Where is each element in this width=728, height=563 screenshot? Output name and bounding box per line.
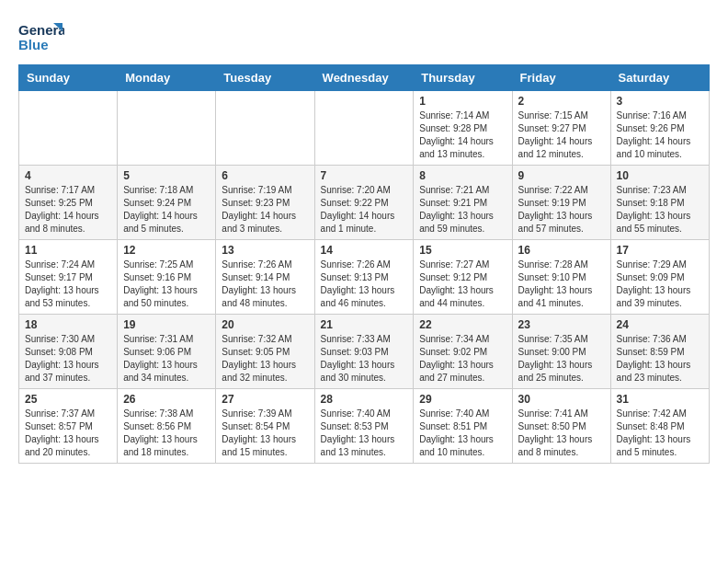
day-header-monday: Monday <box>118 65 216 91</box>
svg-text:Blue: Blue <box>18 37 49 52</box>
day-info: Sunrise: 7:29 AMSunset: 9:09 PMDaylight:… <box>617 259 703 310</box>
calendar-cell: 21Sunrise: 7:33 AMSunset: 9:03 PMDayligh… <box>314 315 414 389</box>
day-number: 4 <box>25 169 111 182</box>
day-info: Sunrise: 7:27 AMSunset: 9:12 PMDaylight:… <box>419 259 506 310</box>
day-info: Sunrise: 7:35 AMSunset: 9:00 PMDaylight:… <box>518 333 605 385</box>
day-number: 16 <box>518 244 605 257</box>
day-info: Sunrise: 7:19 AMSunset: 9:23 PMDaylight:… <box>222 184 308 236</box>
day-number: 22 <box>419 318 506 331</box>
calendar-cell: 2Sunrise: 7:15 AMSunset: 9:27 PMDaylight… <box>512 91 610 166</box>
day-info: Sunrise: 7:17 AMSunset: 9:25 PMDaylight:… <box>25 184 111 236</box>
logo-svg: GeneralBlue <box>18 18 64 55</box>
day-number: 14 <box>321 244 408 257</box>
day-info: Sunrise: 7:34 AMSunset: 9:02 PMDaylight:… <box>419 333 506 385</box>
calendar-cell: 13Sunrise: 7:26 AMSunset: 9:14 PMDayligh… <box>216 240 314 315</box>
calendar-cell: 14Sunrise: 7:26 AMSunset: 9:13 PMDayligh… <box>314 240 414 315</box>
calendar-cell: 7Sunrise: 7:20 AMSunset: 9:22 PMDaylight… <box>314 166 414 240</box>
calendar-cell: 22Sunrise: 7:34 AMSunset: 9:02 PMDayligh… <box>414 315 512 389</box>
day-info: Sunrise: 7:42 AMSunset: 8:48 PMDaylight:… <box>617 408 703 459</box>
day-number: 15 <box>419 244 506 257</box>
calendar-cell <box>19 91 118 166</box>
calendar-cell: 31Sunrise: 7:42 AMSunset: 8:48 PMDayligh… <box>610 389 709 464</box>
week-row-3: 11Sunrise: 7:24 AMSunset: 9:17 PMDayligh… <box>19 240 710 315</box>
day-info: Sunrise: 7:39 AMSunset: 8:54 PMDaylight:… <box>222 408 308 459</box>
day-number: 11 <box>25 244 111 257</box>
day-number: 31 <box>617 393 703 406</box>
day-number: 17 <box>617 244 703 257</box>
day-header-saturday: Saturday <box>610 65 709 91</box>
logo: GeneralBlue <box>18 18 64 55</box>
calendar-cell: 3Sunrise: 7:16 AMSunset: 9:26 PMDaylight… <box>610 91 709 166</box>
day-info: Sunrise: 7:23 AMSunset: 9:18 PMDaylight:… <box>617 184 703 236</box>
day-info: Sunrise: 7:30 AMSunset: 9:08 PMDaylight:… <box>25 333 111 385</box>
week-row-2: 4Sunrise: 7:17 AMSunset: 9:25 PMDaylight… <box>19 166 710 240</box>
calendar-cell: 6Sunrise: 7:19 AMSunset: 9:23 PMDaylight… <box>216 166 314 240</box>
day-number: 12 <box>123 244 210 257</box>
day-number: 29 <box>419 393 506 406</box>
day-number: 30 <box>518 393 605 406</box>
day-number: 9 <box>518 169 605 182</box>
day-number: 20 <box>222 318 308 331</box>
day-info: Sunrise: 7:41 AMSunset: 8:50 PMDaylight:… <box>518 408 605 459</box>
week-row-5: 25Sunrise: 7:37 AMSunset: 8:57 PMDayligh… <box>19 389 710 464</box>
day-number: 10 <box>617 169 703 182</box>
day-info: Sunrise: 7:16 AMSunset: 9:26 PMDaylight:… <box>617 109 703 161</box>
day-info: Sunrise: 7:24 AMSunset: 9:17 PMDaylight:… <box>25 259 111 310</box>
calendar-cell: 25Sunrise: 7:37 AMSunset: 8:57 PMDayligh… <box>19 389 118 464</box>
day-number: 2 <box>518 95 605 108</box>
calendar-table: SundayMondayTuesdayWednesdayThursdayFrid… <box>18 64 710 464</box>
calendar-cell: 17Sunrise: 7:29 AMSunset: 9:09 PMDayligh… <box>610 240 709 315</box>
day-number: 6 <box>222 169 308 182</box>
day-header-thursday: Thursday <box>414 65 512 91</box>
calendar-cell: 19Sunrise: 7:31 AMSunset: 9:06 PMDayligh… <box>118 315 216 389</box>
day-info: Sunrise: 7:37 AMSunset: 8:57 PMDaylight:… <box>25 408 111 459</box>
day-header-friday: Friday <box>512 65 610 91</box>
day-info: Sunrise: 7:33 AMSunset: 9:03 PMDaylight:… <box>321 333 408 385</box>
day-number: 27 <box>222 393 308 406</box>
day-number: 19 <box>123 318 210 331</box>
calendar-cell: 5Sunrise: 7:18 AMSunset: 9:24 PMDaylight… <box>118 166 216 240</box>
calendar-cell: 11Sunrise: 7:24 AMSunset: 9:17 PMDayligh… <box>19 240 118 315</box>
calendar-cell <box>314 91 414 166</box>
day-header-tuesday: Tuesday <box>216 65 314 91</box>
calendar-cell: 28Sunrise: 7:40 AMSunset: 8:53 PMDayligh… <box>314 389 414 464</box>
calendar-cell: 1Sunrise: 7:14 AMSunset: 9:28 PMDaylight… <box>414 91 512 166</box>
day-number: 1 <box>419 95 506 108</box>
day-info: Sunrise: 7:28 AMSunset: 9:10 PMDaylight:… <box>518 259 605 310</box>
calendar-cell: 18Sunrise: 7:30 AMSunset: 9:08 PMDayligh… <box>19 315 118 389</box>
calendar-cell <box>118 91 216 166</box>
day-info: Sunrise: 7:25 AMSunset: 9:16 PMDaylight:… <box>123 259 210 310</box>
calendar-cell: 8Sunrise: 7:21 AMSunset: 9:21 PMDaylight… <box>414 166 512 240</box>
calendar-cell: 30Sunrise: 7:41 AMSunset: 8:50 PMDayligh… <box>512 389 610 464</box>
day-number: 8 <box>419 169 506 182</box>
calendar-cell: 23Sunrise: 7:35 AMSunset: 9:00 PMDayligh… <box>512 315 610 389</box>
day-number: 28 <box>321 393 408 406</box>
day-number: 3 <box>617 95 703 108</box>
day-number: 5 <box>123 169 210 182</box>
header-row: SundayMondayTuesdayWednesdayThursdayFrid… <box>19 65 710 91</box>
calendar-cell: 20Sunrise: 7:32 AMSunset: 9:05 PMDayligh… <box>216 315 314 389</box>
day-header-wednesday: Wednesday <box>314 65 414 91</box>
day-number: 21 <box>321 318 408 331</box>
day-info: Sunrise: 7:21 AMSunset: 9:21 PMDaylight:… <box>419 184 506 236</box>
day-info: Sunrise: 7:40 AMSunset: 8:51 PMDaylight:… <box>419 408 506 459</box>
day-info: Sunrise: 7:15 AMSunset: 9:27 PMDaylight:… <box>518 109 605 161</box>
calendar-cell: 9Sunrise: 7:22 AMSunset: 9:19 PMDaylight… <box>512 166 610 240</box>
calendar-cell: 16Sunrise: 7:28 AMSunset: 9:10 PMDayligh… <box>512 240 610 315</box>
day-number: 13 <box>222 244 308 257</box>
day-info: Sunrise: 7:40 AMSunset: 8:53 PMDaylight:… <box>321 408 408 459</box>
day-info: Sunrise: 7:22 AMSunset: 9:19 PMDaylight:… <box>518 184 605 236</box>
calendar-cell: 29Sunrise: 7:40 AMSunset: 8:51 PMDayligh… <box>414 389 512 464</box>
day-number: 26 <box>123 393 210 406</box>
day-info: Sunrise: 7:14 AMSunset: 9:28 PMDaylight:… <box>419 109 506 161</box>
calendar-cell: 15Sunrise: 7:27 AMSunset: 9:12 PMDayligh… <box>414 240 512 315</box>
calendar-cell: 27Sunrise: 7:39 AMSunset: 8:54 PMDayligh… <box>216 389 314 464</box>
calendar-cell: 26Sunrise: 7:38 AMSunset: 8:56 PMDayligh… <box>118 389 216 464</box>
calendar-cell: 24Sunrise: 7:36 AMSunset: 8:59 PMDayligh… <box>610 315 709 389</box>
day-number: 25 <box>25 393 111 406</box>
calendar-cell <box>216 91 314 166</box>
day-header-sunday: Sunday <box>19 65 118 91</box>
day-info: Sunrise: 7:26 AMSunset: 9:14 PMDaylight:… <box>222 259 308 310</box>
week-row-4: 18Sunrise: 7:30 AMSunset: 9:08 PMDayligh… <box>19 315 710 389</box>
day-info: Sunrise: 7:18 AMSunset: 9:24 PMDaylight:… <box>123 184 210 236</box>
